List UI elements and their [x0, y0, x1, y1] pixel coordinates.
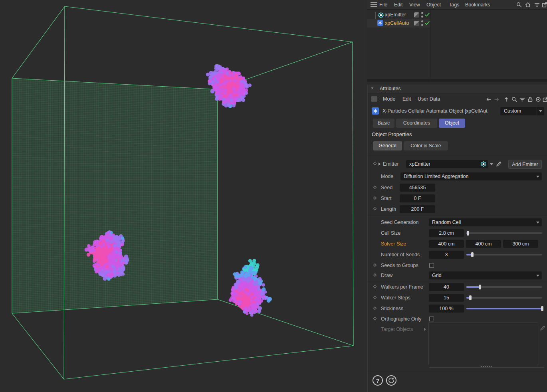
walker-steps-slider[interactable]: [466, 294, 542, 302]
walker-steps-input[interactable]: 15: [429, 294, 464, 302]
visibility-dots-icon[interactable]: [421, 12, 424, 18]
walkers-per-frame-slider[interactable]: [466, 283, 542, 291]
stickiness-slider[interactable]: [466, 305, 542, 313]
filter-icon[interactable]: [519, 96, 525, 103]
enabled-check-icon[interactable]: [424, 20, 430, 26]
viewport-canvas[interactable]: [0, 0, 367, 392]
menu-tags[interactable]: Tags: [449, 0, 459, 10]
object-row-xpemitter[interactable]: xpEmitter: [367, 11, 430, 19]
up-icon[interactable]: [503, 96, 509, 103]
row-number-of-seeds: Number of Seeds 3: [368, 249, 547, 260]
visibility-dots-icon[interactable]: [421, 20, 424, 27]
walkers-per-frame-input[interactable]: 40: [429, 283, 464, 291]
object-name[interactable]: xpEmitter: [385, 11, 406, 19]
number-of-seeds-input[interactable]: 3: [429, 251, 464, 259]
layer-badge-icon[interactable]: [414, 12, 419, 18]
attributes-header: × Attributes: [368, 85, 547, 93]
lock-icon[interactable]: [527, 96, 533, 103]
menu-edit[interactable]: Edit: [394, 0, 403, 10]
layer-badge-icon[interactable]: [414, 21, 419, 26]
keyframe-diamond-icon[interactable]: [373, 196, 377, 200]
keyframe-diamond-icon[interactable]: [373, 296, 377, 299]
tab-basic[interactable]: Basic: [373, 119, 394, 128]
tab-object[interactable]: Object: [439, 119, 465, 128]
cell-size-slider[interactable]: [466, 229, 542, 237]
enabled-check-icon[interactable]: [424, 12, 430, 18]
field-label: Solver Size: [381, 239, 406, 249]
popout-icon[interactable]: [541, 2, 547, 8]
target-icon[interactable]: [535, 96, 541, 103]
xpemitter-icon: [377, 12, 384, 19]
cell-size-input[interactable]: 2.8 cm: [429, 229, 464, 237]
right-panel-column: File Edit View Object Tags Bookmarks: [367, 0, 547, 392]
field-label: Seed: [381, 182, 392, 193]
separator: [368, 281, 547, 281]
emitter-link-field[interactable]: xpEmitter: [406, 160, 488, 168]
menu-view[interactable]: View: [409, 0, 420, 10]
menu-mode[interactable]: Mode: [383, 93, 395, 105]
menu-file[interactable]: File: [379, 0, 387, 10]
forward-icon[interactable]: [493, 96, 500, 103]
keyframe-diamond-icon[interactable]: [373, 307, 377, 310]
eyedropper-icon[interactable]: [495, 161, 502, 167]
field-label: Draw: [381, 270, 392, 281]
search-icon[interactable]: [516, 2, 522, 8]
row-stickiness: Stickiness 100 %: [368, 303, 547, 314]
solver-size-x-input[interactable]: 400 cm: [429, 240, 464, 248]
panel-menu-icon[interactable]: [371, 2, 377, 7]
menu-object[interactable]: Object: [426, 0, 441, 10]
back-icon[interactable]: [486, 96, 492, 103]
menu-userdata[interactable]: User Data: [418, 93, 440, 105]
stickiness-input[interactable]: 100 %: [429, 305, 464, 313]
eyedropper-icon[interactable]: [539, 325, 546, 331]
preset-dropdown[interactable]: Custom: [500, 107, 537, 115]
keyframe-diamond-icon[interactable]: [373, 263, 377, 267]
menu-edit[interactable]: Edit: [402, 93, 411, 105]
row-draw: Draw Grid: [368, 270, 547, 281]
viewport-3d[interactable]: [0, 0, 367, 392]
object-name[interactable]: xpCellAuto: [385, 19, 409, 28]
row-solver-size: Solver Size 400 cm 400 cm 300 cm: [368, 239, 547, 249]
separator: [368, 156, 547, 156]
menu-bookmarks[interactable]: Bookmarks: [465, 0, 490, 10]
length-input[interactable]: 200 F: [400, 205, 435, 213]
mode-dropdown[interactable]: Diffusion Limited Aggregation: [400, 172, 542, 180]
tab-general[interactable]: General: [373, 141, 402, 150]
row-seed: Seed 456535: [368, 182, 547, 193]
chevron-down-icon: [536, 275, 539, 277]
search-icon[interactable]: [511, 96, 517, 103]
keyframe-diamond-icon[interactable]: [373, 273, 377, 277]
keyframe-diamond-icon[interactable]: [373, 162, 377, 165]
keyframe-diamond-icon[interactable]: [373, 317, 377, 320]
popout-icon[interactable]: [542, 96, 547, 103]
panel-menu-icon[interactable]: [371, 97, 377, 101]
expand-arrow-icon[interactable]: [379, 162, 381, 166]
add-emitter-button[interactable]: Add Emitter: [508, 160, 542, 169]
target-objects-listbox[interactable]: [428, 323, 538, 365]
reset-button[interactable]: [386, 375, 396, 386]
start-input[interactable]: 0 F: [400, 194, 435, 202]
keyframe-diamond-icon[interactable]: [373, 207, 377, 210]
tab-coordinates[interactable]: Coordinates: [396, 119, 437, 128]
help-button[interactable]: ?: [373, 375, 383, 386]
filter-icon[interactable]: [534, 2, 540, 8]
solver-size-z-input[interactable]: 300 cm: [503, 240, 538, 248]
tab-color-scale[interactable]: Color & Scale: [404, 141, 448, 150]
seed-input[interactable]: 456535: [400, 184, 435, 192]
attributes-menubar: Mode Edit User Data: [368, 93, 547, 105]
expand-arrow-icon[interactable]: [424, 328, 426, 331]
keyframe-diamond-icon[interactable]: [373, 186, 377, 189]
home-icon[interactable]: [525, 2, 531, 8]
seed-generation-dropdown[interactable]: Random Cell: [429, 218, 542, 226]
draw-dropdown[interactable]: Grid: [429, 271, 542, 279]
horizontal-scrollbar[interactable]: [429, 367, 544, 368]
close-icon[interactable]: ×: [371, 85, 374, 91]
number-of-seeds-slider[interactable]: [466, 251, 542, 259]
object-row-xpcellauto[interactable]: xpCellAuto: [367, 19, 430, 28]
chevron-down-icon[interactable]: [490, 163, 493, 165]
keyframe-diamond-icon[interactable]: [373, 285, 377, 288]
solver-size-y-input[interactable]: 400 cm: [466, 240, 501, 248]
orthographic-only-checkbox[interactable]: [429, 317, 434, 321]
preset-dropdown-arrow[interactable]: [537, 107, 544, 115]
seeds-to-groups-checkbox[interactable]: [429, 263, 434, 268]
